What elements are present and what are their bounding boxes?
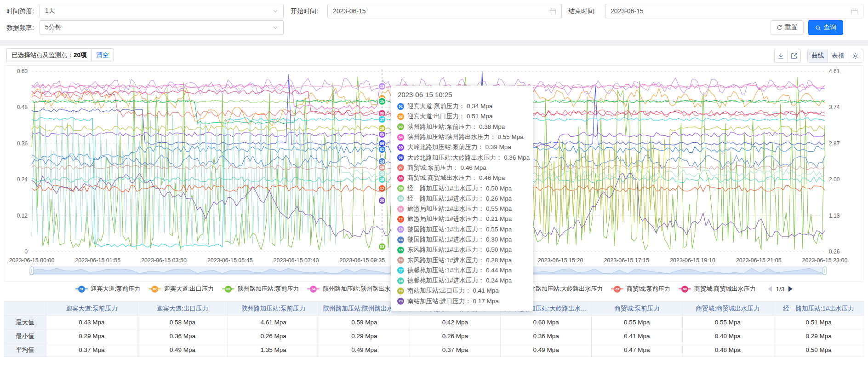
left-axis-tick: 0.36 (17, 140, 28, 147)
x-axis-tick: 2023-06-15 01:55 (75, 257, 120, 264)
tooltip-row-text: 经一路加压站:1#出水压力： 0.50 Mpa (407, 184, 512, 193)
x-axis-tick: 2023-06-15 19:10 (670, 257, 715, 264)
table-column-header: 商贸城:商贸城出水压力 (682, 302, 773, 316)
svg-text:08: 08 (380, 111, 384, 115)
tooltip-row: 02迎宾大道:出口压力： 0.51 Mpa (397, 111, 527, 121)
section-divider (0, 40, 868, 46)
tooltip-row-text: 南站加压站:进口压力： 0.17 Mpa (407, 297, 499, 305)
table-row-header: 最大值 (4, 316, 46, 329)
table-cell: 0.36 Mpa (137, 329, 228, 343)
gear-icon (852, 52, 859, 59)
tooltip-row: 20南站加压站:进口压力： 0.17 Mpa (397, 296, 527, 306)
download-button[interactable] (775, 49, 788, 62)
tooltip-row: 19南站加压站:出口压力： 0.41 Mpa (397, 286, 527, 296)
svg-text:10: 10 (380, 171, 384, 176)
tooltip-row: 07商贸城:泵前压力： 0.46 Mpa (397, 163, 527, 173)
table-cell: 0.49 Mpa (319, 343, 410, 357)
x-axis-tick: 2023-06-15 23:00 (802, 257, 848, 264)
end-time-label: 结束时间: (568, 4, 596, 18)
tooltip-row-text: 旅游局加压站:1#出水压力： 0.55 Mpa (407, 205, 512, 213)
selected-points-text: 已选择站点及监测点：20项 (7, 51, 91, 59)
legend-item-03[interactable]: 03陕州路加压站:泵前压力 (222, 285, 299, 293)
table-cell: 0.29 Mpa (319, 329, 410, 343)
table-cell: 0.37 Mpa (410, 343, 501, 357)
tooltip-row-text: 大岭北路加压站:泵前压力： 0.39 Mpa (407, 143, 511, 151)
tooltip-row: 17德馨苑加压站:1#出水压力： 0.44 Mpa (397, 265, 527, 276)
legend-item-07[interactable]: 07商贸城:泵前压力 (611, 285, 670, 293)
tooltip-row: 09经一路加压站:1#出水压力： 0.50 Mpa (397, 183, 527, 193)
tooltip-row-text: 旅游局加压站:1#进水压力： 0.21 Mpa (407, 215, 512, 223)
svg-text:05: 05 (380, 132, 384, 137)
tooltip-row: 11旅游局加压站:1#出水压力： 0.55 Mpa (397, 204, 527, 214)
tooltip-row-text: 迎宾大道:出口压力： 0.51 Mpa (407, 112, 492, 121)
table-column-header: 迎宾大道:出口压力 (137, 302, 228, 316)
table-cell: 0.43 Mpa (46, 316, 137, 329)
tooltip-row-text: 商贸城:泵前压力： 0.46 Mpa (407, 164, 486, 172)
data-frequency-select[interactable]: 5分钟 (40, 20, 284, 35)
export-button[interactable] (788, 49, 800, 62)
svg-text:03: 03 (380, 244, 384, 249)
x-axis-tick: 2023-06-15 00:00 (9, 257, 55, 264)
tooltip-row-text: 陕州路加压站:泵前压力： 0.38 Mpa (407, 123, 505, 131)
legend-item-02[interactable]: 02迎宾大道:出口压力 (148, 285, 214, 293)
left-axis-tick: 0 (24, 248, 28, 255)
series-badge: 09 (397, 185, 404, 192)
table-column-header: 经一路加压站:1#出水压力 (773, 302, 864, 316)
clear-button[interactable]: 清空 (92, 51, 114, 59)
legend-item-04[interactable]: 04陕州路加压站:陕州路出水压力 (307, 285, 402, 293)
x-axis-tick: 2023-06-15 17:15 (604, 257, 649, 264)
crosshair-badge-17: 17 (378, 116, 386, 123)
table-cell: 0.47 Mpa (591, 343, 682, 357)
legend-marker: 04 (307, 286, 320, 293)
left-axis-tick: 0.24 (17, 176, 28, 183)
time-span-select[interactable]: 1天 (40, 4, 284, 18)
table-cell: 0.42 Mpa (410, 316, 501, 329)
series-badge: 18 (397, 277, 404, 284)
calendar-icon (549, 8, 556, 15)
selected-count: 20项 (74, 52, 87, 58)
tab-curve[interactable]: 曲线 (808, 49, 828, 62)
tab-table[interactable]: 表格 (828, 49, 847, 62)
table-cell: 0.58 Mpa (137, 316, 228, 329)
legend-item-01[interactable]: 01迎宾大道:泵前压力 (75, 285, 141, 293)
svg-text:14: 14 (380, 159, 384, 164)
chart-tooltip: 2023-06-15 10:25 01迎宾大道:泵前压力： 0.34 Mpa02… (391, 86, 533, 311)
left-axis-tick: 0.12 (17, 213, 28, 219)
series-badge: 13 (397, 226, 404, 233)
legend-next-icon[interactable] (788, 286, 793, 292)
legend-prev-icon[interactable] (768, 286, 772, 292)
tooltip-series-list: 01迎宾大道:泵前压力： 0.34 Mpa02迎宾大道:出口压力： 0.51 M… (397, 101, 527, 306)
settings-button[interactable] (848, 49, 863, 62)
reset-button[interactable]: 重置 (771, 20, 804, 35)
series-badge: 16 (397, 257, 404, 264)
tooltip-row-text: 虢国路加压站:1#出水压力： 0.55 Mpa (407, 225, 512, 234)
query-button[interactable]: 查询 (808, 20, 843, 35)
tooltip-row: 12旅游局加压站:1#进水压力： 0.21 Mpa (397, 214, 527, 224)
crosshair-badge-19: 19 (378, 125, 386, 132)
end-date-input[interactable]: 2023-06-15 (605, 4, 863, 18)
table-cell: 0.51 Mpa (773, 316, 864, 329)
left-axis-tick: 0.60 (17, 68, 28, 75)
crosshair-badge-12: 12 (378, 185, 386, 192)
view-switcher: 曲线 表格 (807, 49, 863, 63)
right-axis-tick: 0.26 (829, 248, 840, 255)
start-date-input[interactable]: 2023-06-15 (327, 4, 562, 18)
legend-item-08[interactable]: 08商贸城:商贸城出水压力 (679, 285, 756, 293)
series-badge: 11 (397, 206, 404, 213)
legend-marker: 08 (679, 286, 691, 293)
table-cell: 0.40 Mpa (682, 329, 773, 343)
series-badge: 15 (397, 247, 404, 253)
series-badge: 10 (397, 195, 404, 202)
tooltip-row-text: 东风路加压站:1#出水压力： 0.50 Mpa (407, 246, 512, 254)
tooltip-row-text: 南站加压站:出口压力： 0.41 Mpa (407, 287, 499, 295)
tooltip-row-text: 商贸城:商贸城出水压力： 0.46 Mpa (407, 174, 505, 182)
tooltip-row-text: 迎宾大道:泵前压力： 0.34 Mpa (407, 102, 492, 110)
table-cell: 0.49 Mpa (501, 343, 592, 357)
tooltip-row: 14虢国路加压站:1#进水压力： 0.30 Mpa (397, 235, 527, 245)
table-cell: 0.41 Mpa (591, 329, 682, 343)
tooltip-row: 15东风路加压站:1#出水压力： 0.50 Mpa (397, 245, 527, 255)
calendar-icon (851, 8, 858, 15)
legend-label: 商贸城:泵前压力 (627, 285, 670, 293)
series-badge: 06 (397, 154, 404, 161)
data-frequency-value: 5分钟 (45, 23, 273, 32)
